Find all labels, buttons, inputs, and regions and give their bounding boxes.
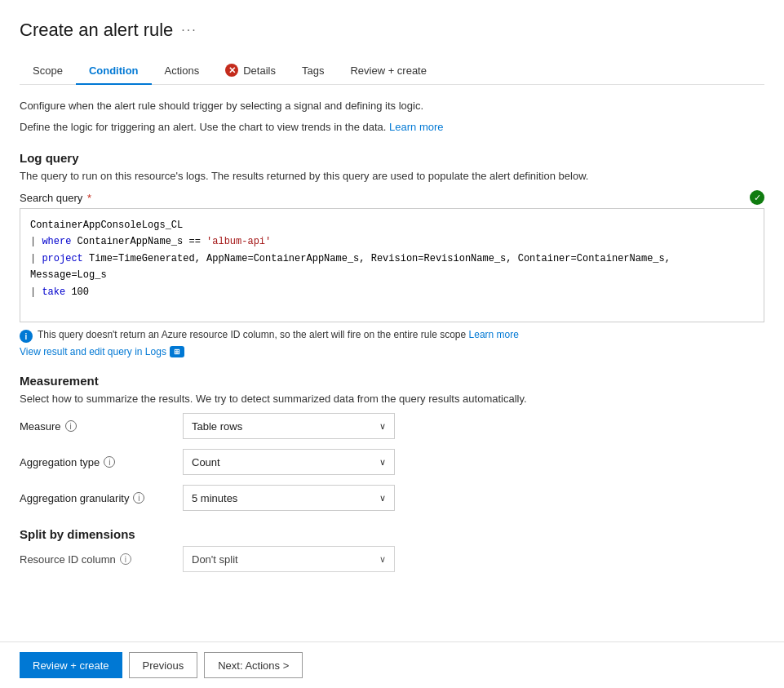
info-learn-more-link[interactable]: Learn more bbox=[469, 329, 519, 340]
tab-condition[interactable]: Condition bbox=[76, 58, 152, 85]
aggregation-granularity-select[interactable]: 5 minutes ∨ bbox=[183, 485, 395, 511]
learn-more-link[interactable]: Learn more bbox=[389, 121, 443, 133]
resource-id-info-icon[interactable]: i bbox=[120, 553, 131, 565]
query-label-text: Search query * bbox=[20, 192, 91, 204]
page: Create an alert rule ··· Scope Condition… bbox=[0, 0, 784, 688]
measurement-title: Measurement bbox=[20, 374, 764, 388]
tab-details[interactable]: ✕ Details bbox=[212, 57, 289, 85]
previous-button[interactable]: Previous bbox=[129, 652, 198, 678]
aggregation-granularity-info-icon[interactable]: i bbox=[133, 492, 144, 504]
tab-tags-label: Tags bbox=[302, 64, 324, 77]
measure-value: Table rows bbox=[192, 420, 242, 433]
tab-details-label: Details bbox=[243, 64, 276, 77]
tab-scope-label: Scope bbox=[33, 64, 63, 77]
log-query-desc: The query to run on this resource's logs… bbox=[20, 170, 764, 182]
aggregation-type-info-icon[interactable]: i bbox=[104, 456, 115, 468]
tab-scope[interactable]: Scope bbox=[20, 58, 76, 85]
measure-chevron: ∨ bbox=[379, 421, 386, 432]
measure-info-icon[interactable]: i bbox=[65, 420, 77, 432]
resource-id-value: Don't split bbox=[192, 553, 238, 566]
aggregation-type-value: Count bbox=[192, 456, 220, 468]
tab-review-create-label: Review + create bbox=[350, 64, 427, 77]
aggregation-type-chevron: ∨ bbox=[379, 457, 386, 468]
query-valid-icon: ✓ bbox=[750, 190, 764, 205]
measure-select[interactable]: Table rows ∨ bbox=[183, 413, 395, 439]
tabs: Scope Condition Actions ✕ Details Tags R… bbox=[20, 57, 764, 85]
info-notice: i This query doesn't return an Azure res… bbox=[20, 329, 764, 343]
next-button[interactable]: Next: Actions > bbox=[204, 652, 303, 678]
error-icon: ✕ bbox=[225, 64, 238, 77]
tab-actions[interactable]: Actions bbox=[152, 58, 213, 85]
info-icon: i bbox=[20, 330, 33, 343]
info-text: This query doesn't return an Azure resou… bbox=[38, 329, 519, 340]
aggregation-granularity-value: 5 minutes bbox=[192, 492, 237, 504]
view-result-text: View result and edit query in Logs bbox=[20, 346, 166, 357]
split-title: Split by dimensions bbox=[20, 527, 764, 541]
measurement-desc: Select how to summarize the results. We … bbox=[20, 393, 764, 405]
logs-badge: ⊞ bbox=[170, 346, 184, 357]
resource-id-row: Resource ID column i Don't split ∨ bbox=[20, 546, 764, 572]
tab-review-create[interactable]: Review + create bbox=[337, 58, 440, 85]
page-title-ellipsis: ··· bbox=[181, 23, 197, 38]
description-line1: Configure when the alert rule should tri… bbox=[20, 98, 764, 114]
query-label-row: Search query * ✓ bbox=[20, 190, 764, 205]
aggregation-granularity-row: Aggregation granularity i 5 minutes ∨ bbox=[20, 485, 764, 511]
aggregation-granularity-label: Aggregation granularity i bbox=[20, 492, 183, 504]
aggregation-type-row: Aggregation type i Count ∨ bbox=[20, 449, 764, 475]
description-line2-text: Define the logic for triggering an alert… bbox=[20, 121, 389, 133]
page-title: Create an alert rule bbox=[20, 20, 173, 41]
tab-tags[interactable]: Tags bbox=[289, 58, 337, 85]
log-query-title: Log query bbox=[20, 151, 764, 165]
aggregation-type-label: Aggregation type i bbox=[20, 456, 183, 468]
bottom-bar: Review + create Previous Next: Actions > bbox=[0, 641, 784, 688]
tab-condition-label: Condition bbox=[89, 64, 139, 77]
query-box[interactable]: ContainerAppConsoleLogs_CL | where Conta… bbox=[20, 208, 764, 322]
resource-id-chevron: ∨ bbox=[379, 554, 386, 565]
page-title-container: Create an alert rule ··· bbox=[20, 20, 764, 41]
resource-id-select[interactable]: Don't split ∨ bbox=[183, 546, 395, 572]
aggregation-granularity-chevron: ∨ bbox=[379, 493, 386, 504]
measure-row: Measure i Table rows ∨ bbox=[20, 413, 764, 439]
tab-actions-label: Actions bbox=[165, 64, 200, 77]
aggregation-type-select[interactable]: Count ∨ bbox=[183, 449, 395, 475]
split-section: Split by dimensions Resource ID column i… bbox=[20, 527, 764, 572]
required-star: * bbox=[84, 192, 91, 204]
resource-id-label: Resource ID column i bbox=[20, 553, 183, 566]
description-line2: Define the logic for triggering an alert… bbox=[20, 119, 764, 135]
review-create-button[interactable]: Review + create bbox=[20, 652, 122, 678]
view-result-link[interactable]: View result and edit query in Logs ⊞ bbox=[20, 346, 764, 357]
measure-label: Measure i bbox=[20, 420, 183, 433]
